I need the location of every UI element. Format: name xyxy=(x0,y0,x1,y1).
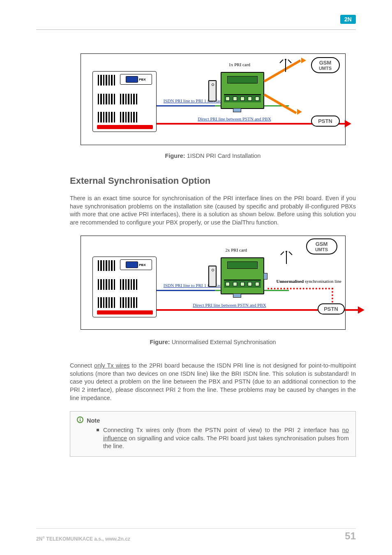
pbx-label: PBX xyxy=(139,78,145,81)
cloud-pstn-text-2: PSTN xyxy=(324,306,338,312)
figure-2-caption: Figure: Unnormalised External Synchronis… xyxy=(70,339,356,345)
cloud-gsm-top: GSM xyxy=(319,60,332,66)
cloud-pstn-text: PSTN xyxy=(318,118,332,124)
section-heading: External Synchronisation Option xyxy=(70,176,356,186)
svg-point-4 xyxy=(286,251,287,252)
pri-card-label-2: 2x PRI card xyxy=(226,247,247,252)
cloud-gsm-sub-2: UMTS xyxy=(311,247,332,252)
cloud-gsm-2: GSM UMTS xyxy=(306,238,337,254)
footer-company: 2N® TELEKOMUNIKACE a.s., www.2n.cz xyxy=(36,536,130,542)
pbx-block: PBX xyxy=(92,71,157,132)
footer-company-post: TELEKOMUNIKACE a.s., www.2n.cz xyxy=(45,536,130,542)
note-body-post: on signalling and voice calls. The PRI b… xyxy=(103,435,349,450)
pbx-label-2: PBX xyxy=(139,263,145,267)
svg-rect-7 xyxy=(80,418,81,419)
figure-1: PBX ISDN PRI line to PRI 1 interface Dir… xyxy=(81,53,346,145)
figure-1-caption: Figure: 1ISDN PRI Card Installation xyxy=(70,153,356,159)
pri-device-icon-2 xyxy=(208,266,217,287)
isdn-label: ISDN PRI line to PRI 1 interface xyxy=(157,98,231,103)
header-divider xyxy=(36,29,356,30)
brand-text: 2N xyxy=(344,16,352,23)
pri-port-2 xyxy=(263,273,267,280)
direct-line-arrow-2 xyxy=(358,306,364,314)
note-title: Note xyxy=(87,417,100,424)
pri-card-icon-2 xyxy=(221,257,264,294)
cloud-gsm-top-2: GSM xyxy=(316,241,328,247)
isdn-line xyxy=(157,105,215,106)
footer-company-pre: 2N xyxy=(36,536,42,542)
sync-label-bold: Unnormalised xyxy=(277,279,304,284)
page-number: 51 xyxy=(345,530,356,542)
note-bullet-icon xyxy=(97,429,99,431)
page-content: PBX ISDN PRI line to PRI 1 interface Dir… xyxy=(70,53,356,457)
arrow-tip-gsm xyxy=(301,58,306,63)
isdn-label-2: ISDN PRI line to PRI 1 interface xyxy=(157,283,231,288)
note-body-pre: Connecting Tx wires only (from the PSTN … xyxy=(103,427,342,433)
footer-divider xyxy=(36,528,356,529)
direct-line-arrow xyxy=(345,120,351,127)
brand-logo: 2N xyxy=(340,15,356,24)
direct-label: Direct PRI line between PSTN and PBX xyxy=(189,116,280,121)
cloud-gsm: GSM UMTS xyxy=(311,57,340,73)
antenna-icon xyxy=(277,56,294,74)
figure-1-caption-rest: 1ISDN PRI Card Installation xyxy=(185,153,261,159)
isdn-line-2 xyxy=(157,290,215,291)
pbx-block-2: PBX xyxy=(92,257,157,317)
figure-2-caption-bold: Figure: xyxy=(150,339,170,345)
cloud-gsm-sub: UMTS xyxy=(316,66,335,71)
cloud-pstn-2: PSTN xyxy=(318,303,345,314)
sync-line-h xyxy=(267,288,333,289)
para2-underline: only Tx wires xyxy=(94,362,129,369)
antenna-icon-2 xyxy=(278,248,295,266)
footer: 2N® TELEKOMUNIKACE a.s., www.2n.cz 51 xyxy=(36,530,356,542)
note-body: Connecting Tx wires only (from the PSTN … xyxy=(77,426,349,451)
para2-pre: Connect xyxy=(70,362,94,369)
sync-label-rest: synchronisation line xyxy=(304,279,341,284)
info-icon xyxy=(77,416,83,425)
figure-2: PBX ISDN PRI line to PRI 1 interface Dir… xyxy=(81,236,346,330)
note-box: Note Connecting Tx wires only (from the … xyxy=(70,411,356,457)
pri-card-label: 1x PRI card xyxy=(229,62,251,67)
pbx-device-icon: PBX xyxy=(120,74,152,85)
section-para-1: There is an exact time source for synchr… xyxy=(70,194,356,227)
cloud-pstn: PSTN xyxy=(311,116,340,127)
pri-device-icon xyxy=(208,80,217,102)
arrow-to-pstn xyxy=(263,93,297,114)
sync-label: Unnormalised synchronisation line xyxy=(277,279,341,284)
figure-1-wrap: PBX ISDN PRI line to PRI 1 interface Dir… xyxy=(70,53,356,159)
section-para-2: Connect only Tx wires to the 2PRI board … xyxy=(70,362,356,402)
figure-2-caption-rest: Unnormalised External Synchronisation xyxy=(170,339,276,345)
arrow-tip-pstn xyxy=(297,109,302,115)
direct-label-2: Direct PRI line between PSTN and PBX xyxy=(184,303,275,308)
note-header: Note xyxy=(77,416,349,425)
pri-card-icon xyxy=(221,72,264,109)
figure-1-caption-bold: Figure: xyxy=(165,153,185,159)
figure-2-wrap: PBX ISDN PRI line to PRI 1 interface Dir… xyxy=(70,236,356,345)
svg-rect-6 xyxy=(80,419,81,421)
svg-point-2 xyxy=(285,59,286,60)
pbx-device-icon-2: PBX xyxy=(120,259,152,270)
